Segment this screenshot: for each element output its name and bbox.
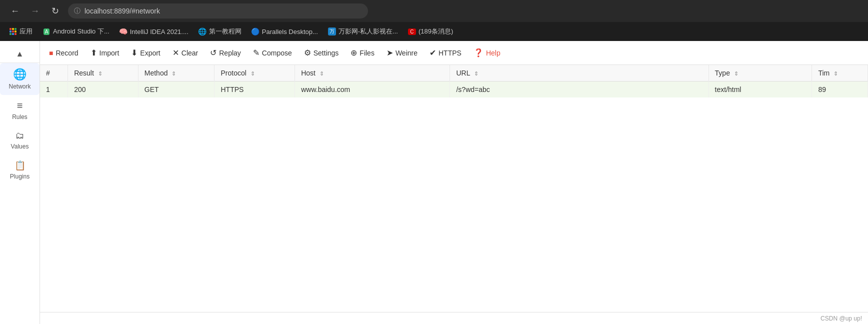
table-container: # Result ⇕ Method ⇕ Protocol ⇕ bbox=[40, 65, 868, 312]
sidebar-values-label: Values bbox=[11, 143, 29, 150]
help-icon: ❓ bbox=[474, 48, 484, 58]
table-header-row: # Result ⇕ Method ⇕ Protocol ⇕ bbox=[40, 65, 868, 82]
content-area: ■ Record ⬆ Import ⬇ Export ✕ Clear ↺ Rep… bbox=[40, 41, 868, 324]
status-bar: CSDN @up up! bbox=[40, 312, 868, 324]
url-text: localhost:8899/#network bbox=[84, 7, 160, 15]
rules-icon: ≡ bbox=[17, 100, 23, 112]
table-row[interactable]: 1 200 GET HTTPS www.baidu.com /s?wd=abc … bbox=[40, 82, 868, 98]
result-sort-icon: ⇕ bbox=[98, 70, 102, 76]
weinre-icon: ➤ bbox=[386, 48, 393, 58]
files-label: Files bbox=[360, 49, 374, 57]
weinre-button[interactable]: ➤ Weinre bbox=[382, 45, 422, 60]
apps-icon bbox=[9, 28, 17, 36]
cell-time: 89 bbox=[812, 82, 868, 98]
collapse-button[interactable]: ▲ bbox=[0, 45, 40, 63]
export-label: Export bbox=[140, 49, 160, 57]
replay-icon: ↺ bbox=[210, 48, 216, 58]
replay-button[interactable]: ↺ Replay bbox=[205, 45, 246, 60]
globe-icon: 🌐 bbox=[198, 28, 206, 36]
help-label: Help bbox=[486, 49, 500, 57]
intellij-icon: 🧠 bbox=[120, 28, 128, 36]
network-table: # Result ⇕ Method ⇕ Protocol ⇕ bbox=[40, 65, 868, 98]
bookmark-parallels[interactable]: 🔵 Parallels Desktop... bbox=[248, 26, 322, 38]
col-header-host[interactable]: Host ⇕ bbox=[295, 65, 450, 82]
nav-back-button[interactable]: ← bbox=[8, 4, 22, 18]
type-sort-icon: ⇕ bbox=[734, 70, 738, 76]
sidebar-item-values[interactable]: 🗂 Values bbox=[0, 126, 40, 155]
bookmark-jiaocheng-label: 第一教程网 bbox=[209, 27, 242, 36]
info-icon: ⓘ bbox=[74, 6, 80, 16]
clear-button[interactable]: ✕ Clear bbox=[168, 45, 203, 60]
nav-forward-button[interactable]: → bbox=[28, 4, 42, 18]
address-bar[interactable]: ⓘ localhost:8899/#network bbox=[68, 4, 368, 18]
sidebar-item-network[interactable]: 🌐 Network bbox=[0, 63, 40, 95]
settings-label: Settings bbox=[314, 49, 339, 57]
nav-reload-button[interactable]: ↻ bbox=[48, 4, 62, 18]
bookmark-csdn[interactable]: C (189条消息) bbox=[404, 25, 457, 38]
files-icon: ⊕ bbox=[350, 48, 357, 58]
record-icon: ■ bbox=[49, 49, 53, 57]
collapse-icon: ▲ bbox=[16, 50, 24, 58]
plugins-icon: 📋 bbox=[14, 160, 26, 171]
cell-num: 1 bbox=[40, 82, 68, 98]
col-header-type[interactable]: Type ⇕ bbox=[708, 65, 812, 82]
bookmark-intellij-label: IntelliJ IDEA 2021.... bbox=[130, 28, 188, 36]
https-button[interactable]: ✔ HTTPS bbox=[424, 45, 466, 60]
import-button[interactable]: ⬆ Import bbox=[86, 45, 124, 60]
method-sort-icon: ⇕ bbox=[172, 70, 176, 76]
browser-chrome: ← → ↻ ⓘ localhost:8899/#network bbox=[0, 0, 868, 22]
values-icon: 🗂 bbox=[16, 130, 24, 141]
sidebar-network-label: Network bbox=[8, 83, 30, 90]
cell-type: text/html bbox=[708, 82, 812, 98]
toolbar: ■ Record ⬆ Import ⬇ Export ✕ Clear ↺ Rep… bbox=[40, 41, 868, 65]
sidebar-plugins-label: Plugins bbox=[10, 173, 30, 180]
export-button[interactable]: ⬇ Export bbox=[126, 45, 165, 60]
wanying-icon: 万 bbox=[328, 28, 336, 36]
col-header-num[interactable]: # bbox=[40, 65, 68, 82]
compose-icon: ✎ bbox=[253, 48, 260, 58]
sidebar: ▲ 🌐 Network ≡ Rules 🗂 Values 📋 Plugins bbox=[0, 41, 40, 324]
bookmark-intellij[interactable]: 🧠 IntelliJ IDEA 2021.... bbox=[116, 26, 192, 38]
bookmark-apps-label: 应用 bbox=[20, 27, 32, 36]
col-header-result[interactable]: Result ⇕ bbox=[68, 65, 138, 82]
cell-protocol: HTTPS bbox=[214, 82, 295, 98]
bookmark-wanying-label: 万影网-私人影视在... bbox=[338, 27, 398, 36]
cell-method: GET bbox=[138, 82, 214, 98]
cell-url: /s?wd=abc bbox=[450, 82, 708, 98]
clear-icon: ✕ bbox=[172, 48, 179, 58]
bookmark-parallels-label: Parallels Desktop... bbox=[262, 28, 318, 36]
cell-host: www.baidu.com bbox=[295, 82, 450, 98]
settings-icon: ⚙ bbox=[304, 48, 311, 58]
compose-button[interactable]: ✎ Compose bbox=[248, 45, 297, 60]
sidebar-item-plugins[interactable]: 📋 Plugins bbox=[0, 155, 40, 185]
cell-result: 200 bbox=[68, 82, 138, 98]
record-button[interactable]: ■ Record bbox=[44, 46, 84, 60]
bookmarks-bar: 应用 A Android Studio 下... 🧠 IntelliJ IDEA… bbox=[0, 22, 868, 41]
replay-label: Replay bbox=[219, 49, 241, 57]
main-area: ▲ 🌐 Network ≡ Rules 🗂 Values 📋 Plugins ■… bbox=[0, 41, 868, 324]
import-icon: ⬆ bbox=[90, 48, 97, 58]
help-button[interactable]: ❓ Help bbox=[468, 45, 506, 60]
record-label: Record bbox=[56, 49, 78, 57]
export-icon: ⬇ bbox=[131, 48, 138, 58]
sidebar-item-rules[interactable]: ≡ Rules bbox=[0, 95, 40, 126]
settings-button[interactable]: ⚙ Settings bbox=[299, 45, 344, 60]
clear-label: Clear bbox=[182, 49, 198, 57]
network-icon: 🌐 bbox=[13, 68, 26, 81]
url-sort-icon: ⇕ bbox=[474, 70, 478, 76]
https-label: HTTPS bbox=[438, 49, 462, 57]
bookmark-apps[interactable]: 应用 bbox=[5, 25, 36, 38]
bookmark-wanying[interactable]: 万 万影网-私人影视在... bbox=[324, 25, 402, 38]
protocol-sort-icon: ⇕ bbox=[250, 70, 255, 76]
col-header-time[interactable]: Tim ⇕ bbox=[812, 65, 868, 82]
col-header-method[interactable]: Method ⇕ bbox=[138, 65, 214, 82]
sidebar-rules-label: Rules bbox=[12, 114, 28, 120]
https-icon: ✔ bbox=[430, 48, 436, 58]
bookmark-csdn-label: (189条消息) bbox=[418, 27, 453, 36]
bookmark-jiaocheng[interactable]: 🌐 第一教程网 bbox=[194, 25, 246, 38]
bookmark-android-studio[interactable]: A Android Studio 下... bbox=[38, 25, 114, 38]
col-header-url[interactable]: URL ⇕ bbox=[450, 65, 708, 82]
parallels-icon: 🔵 bbox=[252, 28, 260, 36]
col-header-protocol[interactable]: Protocol ⇕ bbox=[214, 65, 295, 82]
files-button[interactable]: ⊕ Files bbox=[346, 45, 380, 60]
